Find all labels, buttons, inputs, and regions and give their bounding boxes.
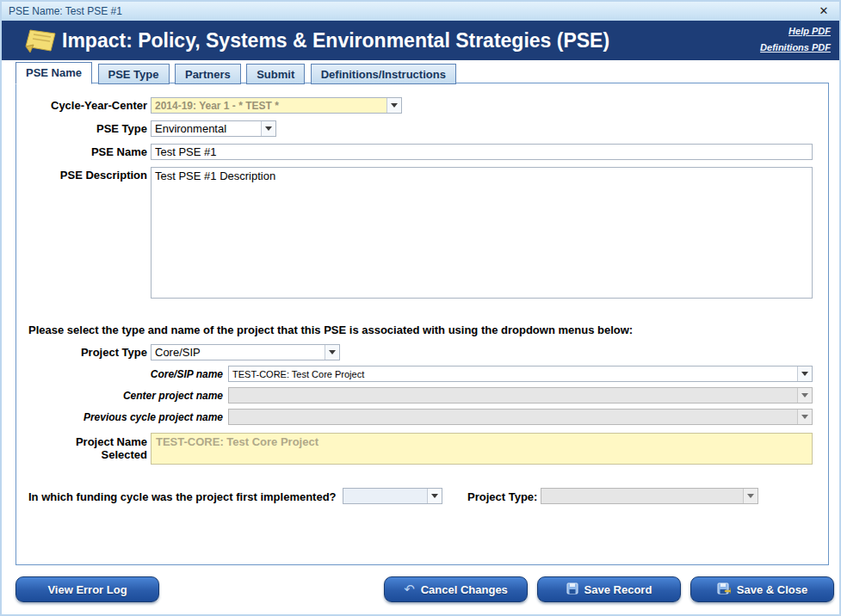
save-close-disk-icon: [717, 582, 731, 597]
funding-cycle-question: In which funding cycle was the project f…: [28, 490, 337, 503]
chevron-down-icon: [386, 98, 401, 113]
view-error-log-button[interactable]: View Error Log: [15, 576, 159, 602]
chevron-down-icon: [261, 121, 275, 136]
core-sip-name-dropdown[interactable]: TEST-CORE: Test Core Project: [228, 366, 813, 382]
project-type-bottom-label: Project Type:: [467, 490, 537, 503]
cycle-year-center-label: Cycle-Year-Center: [16, 99, 147, 112]
pse-description-label: PSE Description: [16, 169, 147, 182]
tab-submit[interactable]: Submit: [246, 64, 305, 84]
tab-pse-type[interactable]: PSE Type: [98, 64, 170, 84]
chevron-down-icon: [427, 489, 442, 503]
save-and-close-button[interactable]: Save & Close: [690, 576, 834, 602]
app-window: PSE Name: Test PSE #1 ✕ Impact: Policy, …: [0, 0, 841, 616]
center-project-name-label: Center project name: [16, 390, 223, 402]
center-project-name-dropdown[interactable]: [228, 387, 813, 403]
header-banner: Impact: Policy, Systems & Environmental …: [2, 21, 839, 60]
window-title: PSE Name: Test PSE #1: [9, 5, 122, 17]
pse-description-textarea[interactable]: Test PSE #1 Description: [151, 167, 813, 299]
undo-icon: ↶: [404, 582, 415, 597]
project-association-instruction: Please select the type and name of the p…: [28, 323, 633, 336]
project-type-bottom-dropdown[interactable]: [541, 488, 758, 504]
pse-type-dropdown[interactable]: Environmental: [151, 120, 276, 137]
pse-name-label: PSE Name: [16, 145, 147, 158]
definitions-pdf-link[interactable]: Definitions PDF: [760, 42, 831, 52]
chevron-down-icon: [325, 345, 339, 360]
project-name-selected-label: Project Name Selected: [16, 435, 147, 461]
tab-pse-name[interactable]: PSE Name: [15, 62, 92, 84]
close-icon[interactable]: ✕: [815, 3, 832, 19]
titlebar: PSE Name: Test PSE #1 ✕: [2, 2, 839, 21]
save-disk-icon: [566, 582, 578, 597]
cycle-year-center-dropdown[interactable]: 2014-19: Year 1 - * TEST *: [151, 97, 402, 114]
project-type-dropdown[interactable]: Core/SIP: [151, 344, 340, 360]
funding-cycle-dropdown[interactable]: [343, 488, 442, 504]
chevron-down-icon: [797, 367, 812, 381]
tab-definitions-instructions[interactable]: Definitions/Instructions: [311, 64, 456, 84]
tab-partners[interactable]: Partners: [175, 64, 241, 84]
page-title: Impact: Policy, Systems & Environmental …: [62, 21, 609, 60]
previous-cycle-project-name-label: Previous cycle project name: [16, 411, 223, 423]
note-icon: [24, 28, 57, 57]
form-panel: Cycle-Year-Center 2014-19: Year 1 - * TE…: [15, 83, 829, 565]
help-pdf-link[interactable]: Help PDF: [788, 26, 831, 36]
pse-name-input[interactable]: [151, 144, 813, 160]
cancel-changes-button[interactable]: ↶ Cancel Changes: [384, 576, 528, 602]
pse-type-label: PSE Type: [16, 122, 147, 135]
chevron-down-icon: [797, 388, 812, 403]
previous-cycle-project-name-dropdown[interactable]: [228, 409, 813, 425]
core-sip-name-label: Core/SIP name: [16, 368, 223, 380]
project-type-label: Project Type: [16, 346, 147, 359]
chevron-down-icon: [797, 410, 812, 424]
chevron-down-icon: [743, 489, 758, 503]
project-name-selected-value: TEST-CORE: Test Core Project: [151, 433, 813, 465]
save-record-button[interactable]: Save Record: [537, 576, 681, 602]
tab-bar: PSE Name PSE Type Partners Submit Defini…: [15, 62, 458, 83]
